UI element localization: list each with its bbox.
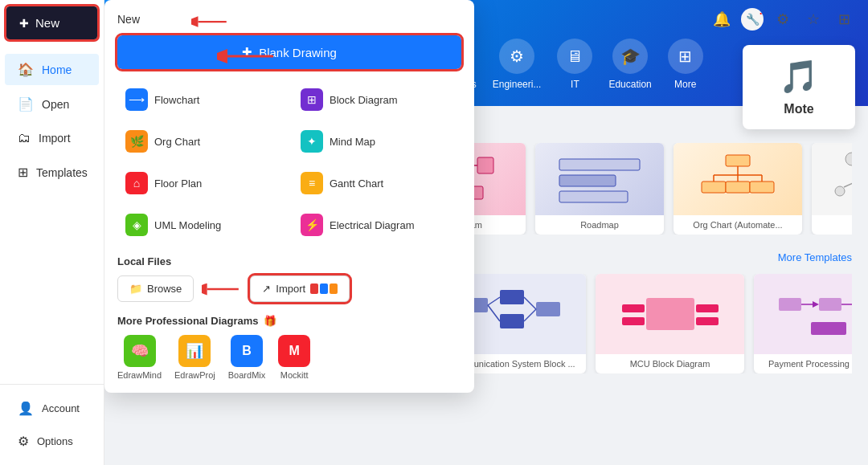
svg-rect-73 bbox=[811, 322, 846, 335]
electrical-label: Electrical Diagram bbox=[330, 219, 414, 231]
category-more[interactable]: ⊞ More bbox=[668, 39, 703, 90]
diagram-mind-map[interactable]: ✦ Mind Map bbox=[293, 124, 461, 159]
file-dot-blue bbox=[320, 283, 328, 294]
engineering-label: Engineeri... bbox=[493, 79, 542, 90]
svg-rect-64 bbox=[696, 304, 719, 312]
new-button-label: New bbox=[35, 16, 59, 30]
svg-line-57 bbox=[488, 297, 500, 305]
settings-icon[interactable]: ⚙ bbox=[772, 8, 794, 31]
sidebar-nav: 🏠 Home 📄 Open 🗂 Import ⊞ Templates bbox=[0, 46, 104, 384]
svg-rect-15 bbox=[477, 157, 493, 173]
svg-line-59 bbox=[524, 297, 536, 309]
orgchart-label: Org Chart (Automate... bbox=[674, 215, 802, 235]
pro-app-edrawproj[interactable]: 📊 EdrawProj bbox=[174, 335, 215, 380]
diagram-gantt-chart[interactable]: ≡ Gantt Chart bbox=[293, 165, 461, 201]
edrawmind-label: EdrawMind bbox=[117, 370, 162, 380]
pro-app-edrawmind[interactable]: 🧠 EdrawMind bbox=[117, 335, 162, 380]
blank-drawing-plus-icon: ✚ bbox=[242, 45, 252, 59]
svg-line-39 bbox=[844, 179, 852, 187]
dropdown-title: New bbox=[117, 13, 461, 26]
diagram-flowchart[interactable]: ⟶ Flowchart bbox=[117, 82, 286, 117]
uml-icon: ◈ bbox=[125, 214, 148, 236]
svg-rect-32 bbox=[726, 182, 750, 193]
template-roadmap[interactable]: Roadmap bbox=[535, 143, 664, 235]
sidebar-item-templates[interactable]: ⊞ Templates bbox=[5, 157, 99, 188]
floor-plan-label: Floor Plan bbox=[154, 177, 202, 190]
more-label: More bbox=[674, 79, 696, 90]
mcu-thumb bbox=[596, 274, 744, 354]
mockitt-icon: M bbox=[278, 335, 310, 367]
more-templates-link[interactable]: More Templates bbox=[778, 251, 852, 263]
import-button[interactable]: ↗ Import bbox=[250, 275, 350, 302]
pro-section-title: More Professional Diagrams 🎁 bbox=[117, 315, 461, 327]
new-dropdown: New ✚ Blank Drawing ⟶ Flowchart ⊞ Block … bbox=[104, 0, 474, 393]
blank-drawing-button[interactable]: ✚ Blank Drawing bbox=[117, 35, 461, 69]
mote-label: Mote bbox=[784, 102, 813, 116]
pro-app-mockitt[interactable]: M Mockitt bbox=[278, 335, 310, 380]
it-label: IT bbox=[571, 79, 579, 90]
templates-icon: ⊞ bbox=[18, 165, 28, 180]
gantt-chart-icon: ≡ bbox=[301, 172, 323, 194]
sidebar-item-open[interactable]: 📄 Open bbox=[5, 88, 99, 120]
star-icon[interactable]: ☆ bbox=[802, 8, 825, 31]
diagram-block-diagram[interactable]: ⊞ Block Diagram bbox=[293, 82, 461, 117]
open-icon: 📄 bbox=[18, 96, 34, 112]
flowchart-label: Flowchart bbox=[154, 94, 199, 106]
svg-rect-66 bbox=[779, 298, 801, 311]
svg-rect-23 bbox=[559, 175, 616, 186]
sidebar-templates-label: Templates bbox=[36, 166, 88, 179]
mind-map-label: Mind Map bbox=[330, 136, 375, 148]
electrical-icon: ⚡ bbox=[301, 214, 323, 236]
sidebar-import-label: Import bbox=[39, 132, 71, 145]
sidebar-open-label: Open bbox=[42, 98, 69, 111]
browse-button[interactable]: 📁 Browse bbox=[117, 275, 194, 302]
sidebar-item-options[interactable]: ⚙ Options bbox=[5, 426, 99, 457]
mockitt-label: Mockitt bbox=[280, 370, 309, 380]
notification-icon[interactable]: 🔔 bbox=[710, 8, 733, 31]
svg-rect-61 bbox=[646, 298, 694, 330]
category-education[interactable]: 🎓 Education bbox=[608, 39, 651, 90]
svg-line-60 bbox=[524, 309, 536, 321]
mote-card: 🎵 Mote bbox=[743, 45, 855, 129]
flowchart-icon: ⟶ bbox=[125, 88, 148, 111]
org-chart-label: Org Chart bbox=[154, 136, 200, 148]
education-icon: 🎓 bbox=[612, 39, 648, 74]
template-concept[interactable]: Conce... bbox=[812, 143, 852, 235]
account-icon: 👤 bbox=[18, 401, 34, 416]
payment-label: Payment Processing Workflow bbox=[754, 354, 852, 373]
sidebar-item-home[interactable]: 🏠 Home bbox=[5, 54, 99, 85]
edrawproj-icon: 📊 bbox=[178, 335, 211, 367]
svg-marker-68 bbox=[813, 301, 819, 308]
diagram-floor-plan[interactable]: ⌂ Floor Plan bbox=[117, 165, 286, 201]
pro-apps-row: 🧠 EdrawMind 📊 EdrawProj B BoardMix M Moc… bbox=[117, 335, 461, 380]
import-icon: 🗂 bbox=[18, 131, 31, 145]
browse-icon: 📁 bbox=[129, 283, 142, 295]
diagram-grid: ⟶ Flowchart ⊞ Block Diagram 🌿 Org Chart … bbox=[117, 82, 461, 243]
personal-mcu-block[interactable]: MCU Block Diagram bbox=[596, 274, 744, 373]
svg-rect-55 bbox=[500, 314, 524, 328]
concept-label: Conce... bbox=[812, 215, 852, 235]
edrawproj-label: EdrawProj bbox=[174, 370, 215, 380]
category-it[interactable]: 🖥 IT bbox=[557, 39, 592, 90]
pro-app-boardmix[interactable]: B BoardMix bbox=[228, 335, 265, 380]
grid-icon[interactable]: ⊞ bbox=[833, 8, 855, 31]
sidebar-item-import[interactable]: 🗂 Import bbox=[5, 123, 99, 153]
arrow-to-import bbox=[202, 279, 242, 299]
boardmix-label: BoardMix bbox=[228, 370, 265, 380]
blank-drawing-label: Blank Drawing bbox=[259, 46, 337, 59]
template-org-chart[interactable]: Org Chart (Automate... bbox=[674, 143, 802, 235]
top-right-toolbar: 🔔 🔧• ⚙ ☆ ⊞ bbox=[698, 0, 868, 39]
personal-payment-workflow[interactable]: Payment Processing Workflow bbox=[754, 274, 852, 373]
diagram-org-chart[interactable]: 🌿 Org Chart bbox=[117, 124, 286, 159]
badge-icon[interactable]: 🔧• bbox=[741, 8, 764, 31]
import-file-dots bbox=[310, 283, 338, 294]
diagram-uml[interactable]: ◈ UML Modeling bbox=[117, 207, 286, 243]
edrawmind-icon: 🧠 bbox=[124, 335, 156, 367]
diagram-electrical[interactable]: ⚡ Electrical Diagram bbox=[293, 207, 461, 243]
svg-rect-69 bbox=[819, 298, 841, 311]
category-engineering[interactable]: ⚙ Engineeri... bbox=[493, 39, 542, 90]
file-dot-orange bbox=[330, 283, 338, 294]
roadmap-label: Roadmap bbox=[535, 215, 664, 235]
sidebar-item-account[interactable]: 👤 Account bbox=[5, 393, 99, 424]
new-button[interactable]: ✚ New bbox=[6, 6, 97, 39]
